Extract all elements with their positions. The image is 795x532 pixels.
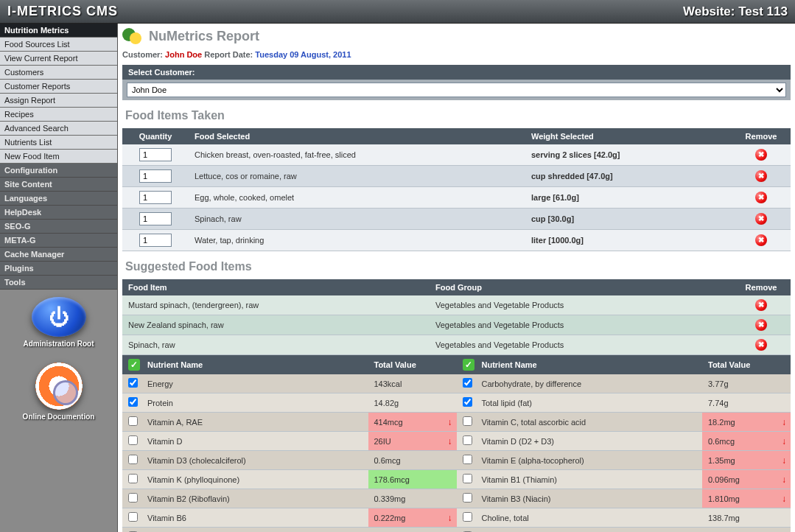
nutrient-checkbox[interactable]	[463, 512, 472, 522]
sidebar-item-advanced-search[interactable]: Advanced Search	[0, 122, 117, 136]
col-weight: Weight Selected	[525, 128, 732, 144]
food-row: Egg, whole, cooked, omeletlarge [61.0g]✖	[122, 187, 791, 209]
nutrient-name: Vitamin B2 (Riboflavin)	[141, 489, 368, 508]
nutrient-name: Vitamin B12	[141, 528, 368, 533]
sidebar-item-food-sources-list[interactable]: Food Sources List	[0, 38, 117, 52]
nutrient-name: Vitamin B3 (Niacin)	[476, 489, 703, 508]
nutrient-value: 0.6mcg	[368, 451, 457, 470]
sidebar-section-cache-manager[interactable]: Cache Manager	[0, 248, 117, 262]
nutrient-checkbox[interactable]	[128, 435, 138, 445]
online-docs-block[interactable]: Online Documention	[0, 355, 117, 428]
col-food-item: Food Item	[122, 279, 430, 295]
website-label: Website: Test 113	[683, 4, 788, 19]
customer-select[interactable]: John Doe	[127, 83, 786, 97]
sidebar-section-configuration[interactable]: Configuration	[0, 164, 117, 178]
nutrient-grid: ✓ Nutrient Name Total Value Energy143kca…	[122, 355, 791, 532]
remove-button[interactable]: ✖	[755, 339, 767, 351]
nutrient-value: 1.35mg↓	[702, 451, 791, 470]
remove-button[interactable]: ✖	[755, 213, 767, 225]
remove-button[interactable]: ✖	[755, 192, 767, 203]
food-name: Water, tap, drinking	[189, 230, 525, 251]
customer-name: John Doe	[165, 50, 202, 59]
sidebar-item-new-food-item[interactable]: New Food Item	[0, 150, 117, 164]
nutrient-checkbox[interactable]	[128, 397, 138, 407]
nutrient-checkbox[interactable]	[128, 474, 138, 483]
remove-button[interactable]: ✖	[755, 299, 767, 311]
sidebar-section-languages[interactable]: Languages	[0, 192, 117, 206]
remove-button[interactable]: ✖	[755, 170, 767, 182]
sidebar-section-seo-g[interactable]: SEO-G	[0, 220, 117, 234]
sidebar-section-helpdesk[interactable]: HelpDesk	[0, 206, 117, 220]
nutrient-value: 7.74g	[702, 393, 791, 413]
nutrient-row: Total lipid (fat)7.74g	[457, 393, 791, 413]
nutrient-table-left: ✓ Nutrient Name Total Value Energy143kca…	[122, 355, 457, 532]
qty-input[interactable]	[139, 169, 172, 183]
nutrient-name: Vitamin E (alpha-tocopherol)	[476, 451, 703, 470]
nutrient-checkbox[interactable]	[463, 455, 472, 464]
nutrient-name: Energy	[141, 374, 368, 393]
sidebar-item-recipes[interactable]: Recipes	[0, 108, 117, 122]
sidebar-item-customers[interactable]: Customers	[0, 66, 117, 80]
sidebar-section-site-content[interactable]: Site Content	[0, 178, 117, 192]
sidebar-item-nutrition-metrics[interactable]: Nutrition Metrics	[0, 24, 117, 38]
qty-input[interactable]	[139, 148, 172, 161]
col-check: ✓	[457, 355, 476, 374]
nutrient-row: Vitamin D26IU↓	[122, 432, 457, 451]
qty-input[interactable]	[139, 234, 172, 247]
food-name: Lettuce, cos or romaine, raw	[189, 166, 525, 187]
suggested-group: Vegetables and Vegetable Products	[430, 295, 732, 315]
nutrient-name: Vitamin C, total ascorbic acid	[476, 413, 703, 432]
food-row: Lettuce, cos or romaine, rawcup shredded…	[122, 166, 791, 187]
nutrient-checkbox[interactable]	[463, 493, 472, 503]
food-name: Chicken breast, oven-roasted, fat-free, …	[189, 144, 525, 166]
nutrient-value: 3.77g	[702, 374, 791, 393]
suggested-item: Mustard spinach, (tendergreen), raw	[122, 295, 430, 315]
nutrient-checkbox[interactable]	[128, 493, 138, 503]
online-docs-label: Online Documention	[0, 413, 117, 421]
nutrient-row: Protein14.82g	[122, 393, 457, 413]
nutrient-checkbox[interactable]	[463, 435, 472, 445]
col-food: Food Selected	[189, 128, 525, 144]
nutrient-name: Protein	[141, 393, 368, 413]
nutrient-checkbox[interactable]	[463, 397, 472, 407]
sidebar-section-plugins[interactable]: Plugins	[0, 262, 117, 276]
col-remove: Remove	[732, 279, 791, 295]
sidebar-item-nutrients-list[interactable]: Nutrients List	[0, 136, 117, 150]
col-total-value: Total Value	[368, 355, 457, 374]
suggested-item: New Zealand spinach, raw	[122, 315, 430, 335]
admin-root-block[interactable]: ⏻ Administration Root	[0, 290, 117, 355]
nutrient-checkbox[interactable]	[463, 378, 472, 388]
nutrient-name: Vitamin D	[141, 432, 368, 451]
suggested-group: Vegetables and Vegetable Products	[430, 335, 732, 355]
arrow-down-icon: ↓	[448, 417, 452, 427]
qty-input[interactable]	[139, 191, 172, 204]
nutrient-value: 26IU↓	[368, 432, 457, 451]
nutrient-name: Choline, total	[476, 508, 703, 528]
arrow-down-icon: ↓	[782, 475, 786, 485]
nutrient-checkbox[interactable]	[463, 416, 472, 426]
nutrient-checkbox[interactable]	[128, 455, 138, 464]
sidebar-item-assign-report[interactable]: Assign Report	[0, 94, 117, 108]
nutrient-row: Vitamin B5 (Pantothenic acid)0.920mg	[457, 528, 791, 533]
nutrient-name: Vitamin B1 (Thiamin)	[476, 470, 703, 489]
weight-selected: large [61.0g]	[525, 187, 732, 209]
nutrient-checkbox[interactable]	[463, 474, 472, 483]
nutrient-checkbox[interactable]	[128, 378, 138, 388]
nutrient-value: 14.82g	[368, 393, 457, 413]
nutrient-row: Vitamin A, RAE414mcg↓	[122, 413, 457, 432]
remove-button[interactable]: ✖	[755, 149, 767, 161]
nutrient-checkbox[interactable]	[128, 512, 138, 522]
qty-input[interactable]	[139, 212, 172, 225]
sidebar-section-meta-g[interactable]: META-G	[0, 234, 117, 248]
customer-label: Customer:	[122, 50, 163, 59]
sidebar-item-customer-reports[interactable]: Customer Reports	[0, 80, 117, 94]
nutrient-checkbox[interactable]	[128, 416, 138, 426]
remove-button[interactable]: ✖	[755, 319, 767, 331]
sidebar-section-tools[interactable]: Tools	[0, 276, 117, 290]
nutrient-value: 1.810mg↓	[702, 489, 791, 508]
life-ring-icon	[35, 363, 83, 410]
col-nutrient-name: Nutrient Name	[476, 355, 703, 374]
sidebar-item-view-current-report[interactable]: View Current Report	[0, 52, 117, 66]
suggested-group: Vegetables and Vegetable Products	[430, 315, 732, 335]
remove-button[interactable]: ✖	[755, 234, 767, 246]
